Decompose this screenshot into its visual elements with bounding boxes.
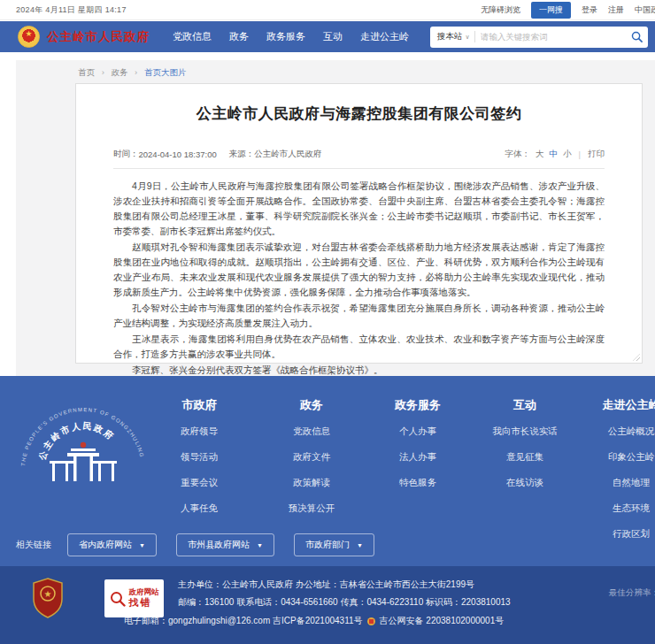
article-body: 4月9日，公主岭市人民政府与海露控股集团有限公司签署战略合作框架协议，围绕涉农产… — [113, 179, 605, 378]
dropdown-label: 市州县政府网站 — [188, 539, 250, 551]
related-links-label: 相关链接 — [16, 539, 51, 551]
footer-link[interactable]: 政府文件 — [258, 451, 365, 464]
dropdown-label: 市政府部门 — [305, 539, 350, 551]
find-error-text-top: 政府网站 — [129, 588, 159, 597]
resolution-note: 最佳分辨率：1920*1080 — [609, 587, 655, 599]
paragraph: 王冰星表示，海露集团将利用自身优势在农产品销售、立体农业、农业技术、农业和数字资… — [113, 332, 605, 362]
article-title: 公主岭市人民政府与海露控股集团有限公司签约 — [113, 104, 605, 124]
breadcrumb-current: 首页大图片 — [144, 67, 187, 77]
footer-col-title[interactable]: 互动 — [463, 397, 587, 413]
chevron-down-icon: ∨ — [466, 34, 470, 41]
one-search-button[interactable]: 一网搜 — [531, 2, 571, 19]
footer-link[interactable]: 自然地理 — [578, 477, 655, 489]
nav-item-government[interactable]: 政务 — [229, 30, 249, 43]
breadcrumb-home[interactable]: 首页 — [78, 67, 95, 77]
source-value: 公主岭市人民政府 — [254, 149, 321, 160]
footer-col-about: 走进公主岭 公主岭概况 印象公主岭 自然地理 生态环境 行政区划 — [578, 397, 655, 554]
contact-info: 主办单位：公主岭市人民政府 办公地址：吉林省公主岭市西公主大街2199号 邮编：… — [178, 576, 511, 611]
search-input[interactable] — [475, 32, 625, 42]
search-box: 搜本站 ∨ — [430, 27, 648, 48]
footer-link[interactable]: 政府领导 — [146, 426, 252, 438]
nav-item-interaction[interactable]: 互动 — [323, 30, 343, 43]
time-value: 2024-04-10 18:37:00 — [139, 150, 217, 159]
svg-text:★: ★ — [44, 589, 52, 599]
dropdown-province-sites[interactable]: 省内政府网站 ▼ — [67, 533, 157, 556]
caret-down-icon: ▼ — [357, 542, 363, 548]
paragraph: 4月9日，公主岭市人民政府与海露控股集团有限公司签署战略合作框架协议，围绕涉农产… — [113, 179, 605, 239]
font-size-medium[interactable]: 中 — [550, 149, 559, 160]
search-button[interactable] — [625, 27, 648, 48]
search-icon — [631, 31, 643, 42]
nav-item-about-city[interactable]: 走进公主岭 — [360, 30, 409, 43]
footer-link[interactable]: 在线访谈 — [463, 477, 587, 489]
breadcrumb-government[interactable]: 政务 — [111, 67, 127, 77]
site-title: 公主岭市人民政府 — [47, 29, 150, 45]
nav-item-party-info[interactable]: 党政信息 — [173, 30, 212, 43]
footer-link[interactable]: 意见征集 — [463, 451, 587, 464]
footer-col-title[interactable]: 政务 — [258, 397, 365, 413]
footer-link[interactable]: 个人办事 — [365, 426, 471, 438]
footer-col-city-gov: 市政府 政府领导 领导活动 重要会议 人事任免 — [146, 397, 252, 528]
postcode-phone-line: 邮编：136100 联系电话：0434-6561660 传真：0434-6223… — [178, 594, 511, 611]
font-size-small[interactable]: 小 — [563, 149, 572, 160]
footer-col-interaction: 互动 我向市长说实话 意见征集 在线访谈 — [463, 397, 587, 502]
party-gov-shield-icon: ★ — [32, 578, 64, 622]
footer-link[interactable]: 特色服务 — [365, 477, 471, 489]
security-filing-text[interactable]: 吉公网安备 22038102000001号 — [380, 612, 505, 630]
dropdown-departments[interactable]: 市政府部门 ▼ — [294, 533, 374, 556]
time-label: 时间： — [113, 149, 139, 160]
footer-link[interactable]: 党政信息 — [258, 426, 365, 438]
print-button[interactable]: 打印 — [588, 149, 605, 160]
divider: | — [579, 150, 581, 159]
page: 2024年 4月11日 星期四 14:17 无障碍浏览 一网搜 登录 注册 中国… — [0, 0, 655, 644]
site-footer: THE PEOPLE'S GOVERNMENT OF GONGZHULING 公… — [0, 376, 655, 566]
bottom-info-bar: ★ 政府网站 找错 主办单位：公主岭市人民政府 办公地址：吉林省公主岭市西公主大… — [0, 566, 655, 644]
top-utility-bar: 2024年 4月11日 星期四 14:17 无障碍浏览 一网搜 登录 注册 中国… — [0, 0, 655, 20]
divider — [113, 168, 605, 169]
register-link[interactable]: 注册 — [608, 4, 624, 16]
caret-down-icon: ▼ — [257, 542, 263, 548]
main-nav: 党政信息 政务 政务服务 互动 走进公主岭 — [173, 30, 409, 43]
footer-col-title[interactable]: 政务服务 — [365, 397, 471, 413]
host-address-line: 主办单位：公主岭市人民政府 办公地址：吉林省公主岭市西公主大街2199号 — [178, 576, 511, 594]
footer-link[interactable]: 生态环境 — [578, 502, 655, 515]
footer-link[interactable]: 印象公主岭 — [578, 451, 655, 464]
resize-handle[interactable] — [633, 354, 640, 361]
find-error-text-bottom: 找错 — [129, 597, 159, 609]
datetime-text: 2024年 4月11日 星期四 14:17 — [16, 4, 127, 16]
accessibility-link[interactable]: 无障碍浏览 — [481, 4, 520, 16]
paragraph: 赵顺琪对孔令智和海露集团表示诚挚欢迎，对台盟吉林省委会牵线搭桥助力地方经济发展表… — [113, 240, 605, 300]
nav-item-services[interactable]: 政务服务 — [266, 30, 305, 43]
public-security-badge-icon — [367, 617, 375, 625]
article-card: 公主岭市人民政府与海露控股集团有限公司签约 时间： 2024-04-10 18:… — [75, 83, 643, 364]
national-emblem-icon — [18, 26, 40, 48]
footer-link[interactable]: 人事任免 — [146, 502, 252, 515]
footer-col-title[interactable]: 市政府 — [146, 397, 252, 413]
footer-col-government: 政务 党政信息 政府文件 政策解读 预决算公开 — [258, 397, 365, 528]
footer-link[interactable]: 重要会议 — [146, 477, 252, 489]
breadcrumb: 首页 › 政务 › 首页大图片 — [78, 67, 186, 79]
china-gov-link[interactable]: 中国政府网 — [635, 4, 655, 16]
caret-down-icon: ▼ — [139, 542, 145, 548]
footer-link[interactable]: 预决算公开 — [258, 502, 365, 515]
footer-link[interactable]: 行政区划 — [578, 528, 655, 540]
login-link[interactable]: 登录 — [582, 4, 597, 16]
site-header: 公主岭市人民政府 党政信息 政务 政务服务 互动 走进公主岭 搜本站 ∨ — [0, 21, 655, 52]
breadcrumb-separator: › — [102, 67, 104, 77]
footer-col-title[interactable]: 走进公主岭 — [578, 397, 655, 413]
footer-link[interactable]: 我向市长说实话 — [463, 426, 587, 438]
footer-link[interactable]: 公主岭概况 — [578, 426, 655, 438]
footer-link[interactable]: 领导活动 — [146, 451, 252, 464]
find-error-magnifier-icon — [110, 591, 126, 607]
footer-link[interactable]: 政策解读 — [258, 477, 365, 489]
font-size-large[interactable]: 大 — [536, 149, 544, 160]
search-scope-select[interactable]: 搜本站 — [437, 31, 463, 42]
related-links-row: 相关链接 省内政府网站 ▼ 市州县政府网站 ▼ 市政府部门 ▼ — [16, 533, 394, 556]
breadcrumb-separator: › — [135, 67, 137, 77]
footer-link[interactable]: 法人办事 — [365, 451, 471, 464]
email-icp-text: 电子邮箱：gongzhulingshi@126.com 吉ICP备2021004… — [124, 612, 363, 630]
dropdown-county-sites[interactable]: 市州县政府网站 ▼ — [176, 533, 274, 556]
paragraph: 孔令智对公主岭市与海露集团的签约合作表示祝贺，希望海露集团充分施展自身所长，调动… — [113, 301, 605, 331]
email-icp-line: 电子邮箱：gongzhulingshi@126.com 吉ICP备2021004… — [124, 612, 504, 630]
article-meta: 时间： 2024-04-10 18:37:00 来源： 公主岭市人民政府 字体：… — [113, 149, 605, 160]
